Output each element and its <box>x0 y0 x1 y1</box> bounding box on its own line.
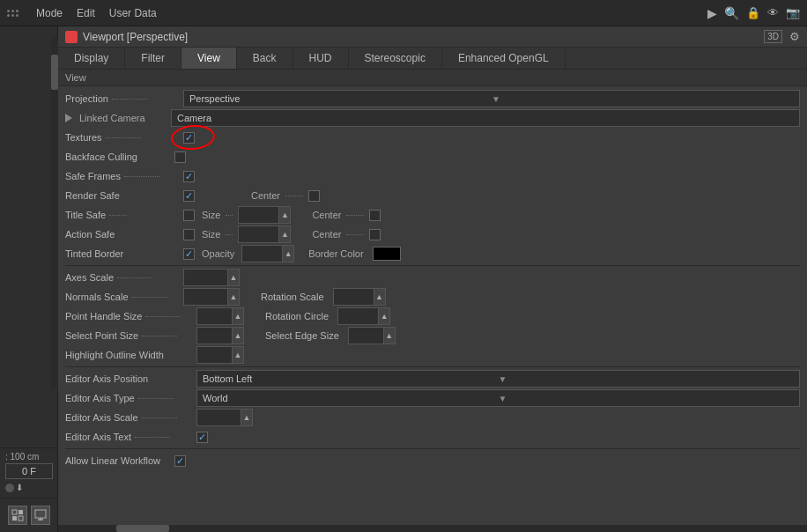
opacity-up[interactable]: ▲ <box>282 245 294 262</box>
tab-view[interactable]: View <box>181 48 237 69</box>
title-safe-size-spin[interactable]: 80 % ▲ <box>238 206 291 224</box>
rotation-circle-label: Rotation Circle <box>265 311 329 321</box>
rotation-scale-up[interactable]: ▲ <box>374 288 386 306</box>
action-safe-checkbox[interactable] <box>183 229 195 240</box>
title-safe-checkbox[interactable] <box>183 210 195 221</box>
eye-icon[interactable]: 👁 <box>767 6 779 19</box>
action-safe-center-checkbox[interactable] <box>369 229 381 240</box>
border-color-label: Border Color <box>308 248 363 259</box>
rotation-scale-input[interactable]: 50 % <box>333 288 374 306</box>
search-icon[interactable]: 🔍 <box>724 6 739 20</box>
linked-camera-label: Linked Camera <box>79 113 167 123</box>
point-handle-spin[interactable]: 3 ▲ <box>196 307 244 325</box>
editor-axis-position-label: Editor Axis Position <box>65 373 193 384</box>
select-edge-up[interactable]: ▲ <box>383 327 396 344</box>
rotation-circle-spin[interactable]: 75 % ▲ <box>337 307 390 325</box>
editor-axis-scale-up[interactable]: ▲ <box>241 409 253 426</box>
select-edge-spin[interactable]: 2 ▲ <box>348 327 396 344</box>
tab-display[interactable]: Display <box>58 48 125 69</box>
render-safe-checkbox[interactable] <box>183 190 195 202</box>
bottom-scrollbar[interactable] <box>58 525 807 532</box>
title-safe-label: Title Safe <box>65 210 106 220</box>
tab-back[interactable]: Back <box>237 48 293 69</box>
axes-scale-input[interactable]: 100 % <box>183 269 227 286</box>
svg-rect-2 <box>12 516 17 521</box>
action-safe-size-up[interactable]: ▲ <box>278 225 291 243</box>
normals-scale-input[interactable]: 100 % <box>183 288 227 306</box>
highlight-outline-up[interactable]: ▲ <box>232 346 244 364</box>
axes-scale-row: Axes Scale 100 % ▲ <box>65 269 800 286</box>
linked-camera-triangle[interactable] <box>65 114 72 122</box>
tinted-border-checkbox[interactable] <box>183 248 195 260</box>
tab-enhanced-opengl[interactable]: Enhanced OpenGL <box>442 48 566 69</box>
3d-icon[interactable]: 3D <box>764 30 782 43</box>
sidebar-number-input[interactable]: 0 F <box>5 463 53 479</box>
textures-label: Textures <box>65 132 102 143</box>
render-safe-center-checkbox[interactable] <box>308 190 320 202</box>
action-safe-row: Action Safe Size 90 % ▲ Center <box>65 225 800 243</box>
title-safe-size-label: Size <box>202 210 220 220</box>
opacity-input[interactable]: 10 % <box>241 245 282 262</box>
point-handle-input[interactable]: 3 <box>196 307 232 325</box>
select-edge-label: Select Edge Size <box>265 330 339 341</box>
axes-scale-up[interactable]: ▲ <box>227 269 240 286</box>
point-handle-up[interactable]: ▲ <box>232 307 244 325</box>
tab-filter[interactable]: Filter <box>125 48 181 69</box>
safe-frames-checkbox[interactable] <box>183 171 195 182</box>
viewport-icon <box>65 31 78 43</box>
select-edge-input[interactable]: 2 <box>348 327 383 344</box>
editor-axis-text-checkbox[interactable] <box>196 432 208 443</box>
normals-scale-spin[interactable]: 100 % ▲ <box>183 288 240 306</box>
projection-arrow: ▼ <box>492 94 794 104</box>
rotation-scale-label: Rotation Scale <box>261 292 324 302</box>
normals-scale-label: Normals Scale <box>65 292 129 302</box>
point-handle-row: Point Handle Size 3 ▲ Rotation Circle 75… <box>65 307 800 325</box>
main-content: Viewport [Perspective] 3D ⚙ Display Filt… <box>58 26 807 532</box>
lock-icon[interactable]: 🔒 <box>746 6 760 19</box>
tab-hud[interactable]: HUD <box>293 48 349 69</box>
menu-user-data[interactable]: User Data <box>109 7 157 19</box>
highlight-outline-input[interactable]: 2 <box>196 346 232 364</box>
rotation-circle-up[interactable]: ▲ <box>378 307 390 325</box>
highlight-outline-spin[interactable]: 2 ▲ <box>196 346 244 364</box>
editor-axis-scale-input[interactable]: 100 % <box>196 409 241 426</box>
textures-checkbox[interactable] <box>183 132 195 144</box>
menu-mode[interactable]: Mode <box>36 7 63 19</box>
projection-label: Projection <box>65 93 108 104</box>
allow-linear-workflow-checkbox[interactable] <box>174 455 186 467</box>
tab-stereoscopic[interactable]: Stereoscopic <box>349 48 442 69</box>
axes-scale-spin[interactable]: 100 % ▲ <box>183 269 240 286</box>
opacity-spin[interactable]: 10 % ▲ <box>241 245 294 262</box>
rotation-scale-spin[interactable]: 50 % ▲ <box>333 288 386 306</box>
action-safe-size-spin[interactable]: 90 % ▲ <box>238 225 291 243</box>
rotation-circle-input[interactable]: 75 % <box>337 307 378 325</box>
camera-icon[interactable]: 📷 <box>786 6 800 19</box>
backface-culling-checkbox[interactable] <box>174 151 186 163</box>
projection-row: Projection Perspective ▼ <box>65 90 800 107</box>
viewport-settings-icon[interactable]: ⚙ <box>789 30 800 43</box>
editor-axis-position-dropdown[interactable]: Bottom Left ▼ <box>196 370 800 388</box>
title-safe-size-input[interactable]: 80 % <box>238 206 278 224</box>
select-point-up[interactable]: ▲ <box>232 327 244 344</box>
projection-dropdown[interactable]: Perspective ▼ <box>183 90 800 107</box>
tab-bar: Display Filter View Back HUD Stereoscopi… <box>58 48 807 70</box>
menu-edit[interactable]: Edit <box>77 7 95 19</box>
select-point-spin[interactable]: 5 ▲ <box>196 327 244 344</box>
svg-rect-4 <box>35 510 46 518</box>
top-bar: Mode Edit User Data ▶ 🔍 🔒 👁 📷 <box>0 0 807 26</box>
editor-axis-position-arrow: ▼ <box>499 374 795 384</box>
title-safe-size-up[interactable]: ▲ <box>278 206 291 224</box>
render-safe-center-label: Center <box>251 190 280 201</box>
normals-scale-up[interactable]: ▲ <box>227 288 240 306</box>
editor-axis-text-row: Editor Axis Text <box>65 428 800 446</box>
select-point-input[interactable]: 5 <box>196 327 232 344</box>
sidebar-icon-2[interactable] <box>31 506 50 525</box>
border-color-swatch[interactable] <box>373 247 401 261</box>
action-safe-size-input[interactable]: 90 % <box>238 225 278 243</box>
editor-axis-type-dropdown[interactable]: World ▼ <box>196 389 800 407</box>
editor-axis-scale-row: Editor Axis Scale 100 % ▲ <box>65 409 800 426</box>
linked-camera-dropdown[interactable]: Camera <box>171 109 800 127</box>
sidebar-icon-1[interactable] <box>8 506 27 525</box>
editor-axis-scale-spin[interactable]: 100 % ▲ <box>196 409 253 426</box>
title-safe-center-checkbox[interactable] <box>369 210 381 221</box>
